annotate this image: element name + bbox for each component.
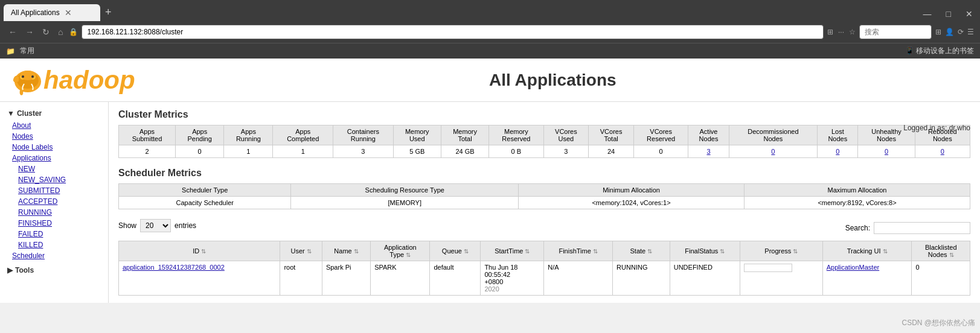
new-tab-button[interactable]: + (100, 4, 117, 21)
cluster-group-header[interactable]: ▼ Cluster (0, 107, 108, 120)
cluster-metrics-title: Cluster Metrics (118, 109, 970, 120)
active-tab[interactable]: All Applications ✕ (4, 4, 100, 21)
browser-search-input[interactable] (859, 25, 932, 39)
finalstatus-sort-icon[interactable]: ⇅ (720, 248, 725, 255)
table-controls: Show 20 50 100 entries Search: (118, 219, 970, 237)
scheduler-header-row: Scheduler Type Scheduling Resource Type … (119, 184, 970, 197)
sidebar-item-accepted[interactable]: ACCEPTED (0, 196, 108, 207)
more-icon[interactable]: ··· (838, 28, 844, 36)
tab-close-button[interactable]: ✕ (65, 8, 72, 17)
back-button[interactable]: ← (6, 26, 19, 38)
svg-point-6 (31, 75, 34, 78)
menu-icon[interactable]: ☰ (967, 28, 974, 36)
col-application-type: ApplicationType ⇅ (371, 241, 430, 261)
tools-section: ▶ Tools (0, 264, 108, 277)
mobile-bookmarks-label: 移动设备上的书签 (916, 46, 974, 55)
apptype-sort-icon[interactable]: ⇅ (406, 252, 411, 258)
svg-point-5 (22, 75, 24, 78)
sidebar-item-nodes[interactable]: Nodes (0, 131, 108, 142)
extensions-icon[interactable]: ⊞ (935, 28, 941, 36)
restore-button[interactable]: □ (939, 7, 958, 21)
sidebar-item-scheduler[interactable]: Scheduler (0, 250, 108, 261)
val-rebooted-nodes: 0 (915, 145, 970, 158)
queue-sort-icon[interactable]: ⇅ (464, 248, 469, 255)
sidebar-item-finished[interactable]: FINISHED (0, 218, 108, 229)
elephant-icon (10, 63, 46, 97)
table-row: application_1592412387268_0002 root Spar… (119, 261, 970, 296)
profile-icon[interactable]: 👤 (945, 28, 954, 36)
blacklisted-sort-icon[interactable]: ⇅ (949, 252, 954, 258)
sidebar-item-node-labels[interactable]: Node Labels (0, 142, 108, 153)
apps-search-input[interactable] (874, 222, 970, 234)
col-progress: Progress ⇅ (740, 241, 823, 261)
cell-finish-time: N/A (544, 261, 613, 296)
minimize-button[interactable]: — (916, 7, 939, 21)
sidebar-item-new[interactable]: NEW (0, 163, 108, 174)
show-entries: Show 20 50 100 entries (118, 219, 196, 232)
scheduler-metrics-title: Scheduler Metrics (118, 168, 970, 179)
address-input[interactable] (82, 25, 824, 39)
sidebar-item-killed[interactable]: KILLED (0, 239, 108, 250)
rebooted-link[interactable]: 0 (941, 148, 944, 155)
home-button[interactable]: ⌂ (56, 26, 65, 38)
search-row: Search: (845, 222, 970, 234)
val-vcores-total: 24 (589, 145, 634, 158)
sidebar-item-running[interactable]: RUNNING (0, 207, 108, 218)
bookmarks-label[interactable]: 常用 (20, 46, 34, 56)
show-entries-select[interactable]: 20 50 100 (140, 219, 171, 232)
decommissioned-link[interactable]: 0 (771, 148, 775, 155)
apps-header-row: ID ⇅ User ⇅ Name ⇅ ApplicationType ⇅ Que… (119, 241, 970, 261)
col-apps-pending: AppsPending (176, 125, 224, 145)
col-name: Name ⇅ (322, 241, 370, 261)
sidebar-item-about[interactable]: About (0, 120, 108, 131)
sidebar-item-failed[interactable]: FAILED (0, 229, 108, 239)
cluster-label: Cluster (17, 109, 42, 118)
tools-label: Tools (15, 266, 34, 274)
val-decommissioned-nodes: 0 (729, 145, 817, 158)
cluster-section: ▼ Cluster About Nodes Node Labels Applic… (0, 107, 108, 261)
val-apps-running: 1 (224, 145, 273, 158)
cell-id: application_1592412387268_0002 (119, 261, 280, 296)
cluster-metrics-table: AppsSubmitted AppsPending AppsRunning Ap… (118, 125, 970, 158)
user-sort-icon[interactable]: ⇅ (307, 248, 312, 255)
trackingui-sort-icon[interactable]: ⇅ (883, 248, 888, 255)
val-unhealthy-nodes: 0 (858, 145, 915, 158)
starttime-sort-icon[interactable]: ⇅ (525, 248, 530, 255)
col-queue: Queue ⇅ (430, 241, 481, 261)
sidebar-item-submitted[interactable]: SUBMITTED (0, 185, 108, 196)
val-active-nodes: 3 (688, 145, 729, 158)
col-maximum-allocation: Maximum Allocation (745, 184, 970, 197)
name-sort-icon[interactable]: ⇅ (354, 248, 359, 255)
lost-link[interactable]: 0 (836, 148, 839, 155)
cell-final-status: UNDEFINED (670, 261, 740, 296)
active-nodes-link[interactable]: 3 (706, 148, 710, 155)
cell-progress (740, 261, 823, 296)
metrics-data-row: 2 0 1 1 3 5 GB 24 GB 0 B 3 24 0 3 0 0 (119, 145, 970, 158)
sidebar-item-applications[interactable]: Applications (0, 153, 108, 163)
id-sort-icon[interactable]: ⇅ (201, 248, 206, 255)
address-bar-row: ← → ↻ ⌂ 🔒 ⊞ ··· ☆ ⊞ 👤 ⟳ ☰ (0, 21, 980, 43)
state-sort-icon[interactable]: ⇅ (647, 248, 652, 255)
page-header: hadoop All Applications (0, 59, 980, 102)
col-memory-used: MemoryUsed (393, 125, 441, 145)
bookmark-icon[interactable]: ☆ (849, 28, 856, 36)
sync-icon[interactable]: ⟳ (958, 28, 964, 36)
sidebar-item-new-saving[interactable]: NEW_SAVING (0, 174, 108, 185)
finishtime-sort-icon[interactable]: ⇅ (593, 248, 598, 255)
tracking-ui-link[interactable]: ApplicationMaster (827, 264, 879, 271)
val-memory-used: 5 GB (393, 145, 441, 158)
svg-point-4 (21, 71, 35, 80)
app-id-link[interactable]: application_1592412387268_0002 (123, 264, 225, 271)
unhealthy-link[interactable]: 0 (885, 148, 888, 155)
cell-state: RUNNING (613, 261, 670, 296)
progress-sort-icon[interactable]: ⇅ (793, 248, 798, 255)
close-button[interactable]: ✕ (958, 7, 980, 21)
tools-group-header[interactable]: ▶ Tools (0, 264, 108, 277)
forward-button[interactable]: → (23, 26, 36, 38)
val-apps-completed: 1 (273, 145, 333, 158)
reader-icon[interactable]: ⊞ (827, 28, 833, 36)
entries-label: entries (175, 221, 196, 230)
refresh-button[interactable]: ↻ (40, 26, 52, 38)
browser-chrome: All Applications ✕ + — □ ✕ ← → ↻ ⌂ 🔒 ⊞ ·… (0, 0, 980, 59)
col-scheduling-resource-type: Scheduling Resource Type (291, 184, 519, 197)
